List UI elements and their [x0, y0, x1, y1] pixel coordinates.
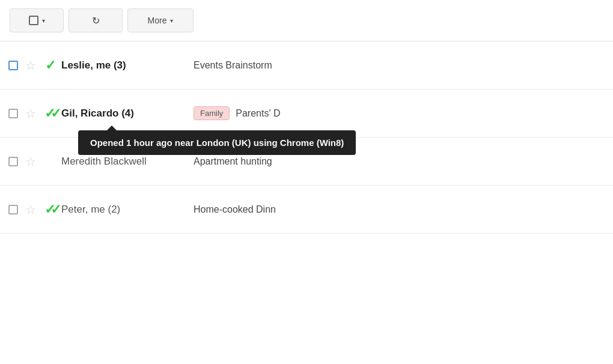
row-checkbox[interactable] [5, 109, 22, 118]
email-tooltip: Opened 1 hour ago near London (UK) using… [78, 130, 356, 155]
row-checkbox[interactable] [5, 157, 22, 166]
checkbox-icon[interactable] [8, 205, 18, 214]
read-indicator: ✓ [40, 58, 61, 73]
email-row[interactable]: ☆ ✓✓ Gil, Ricardo (4) Family Parents' D … [0, 89, 613, 138]
single-check-icon: ✓ [45, 58, 56, 73]
family-label: Family [194, 106, 230, 120]
refresh-icon: ↻ [92, 15, 100, 26]
refresh-button[interactable]: ↻ [69, 8, 123, 32]
subject-text: Home-cooked Dinn [194, 204, 276, 215]
read-indicator: ✓✓ [40, 106, 61, 121]
subject-area: Apartment hunting [194, 156, 608, 167]
checkbox-icon[interactable] [8, 109, 18, 118]
subject-text: Apartment hunting [194, 156, 272, 167]
subject-area: Family Parents' D [194, 106, 608, 120]
subject-area: Home-cooked Dinn [194, 204, 608, 215]
star-icon[interactable]: ☆ [22, 106, 40, 121]
sender-name: Meredith Blackwell [61, 156, 194, 168]
sender-name: Leslie, me (3) [61, 59, 194, 71]
double-check-icon: ✓✓ [44, 106, 56, 121]
star-icon[interactable]: ☆ [22, 202, 40, 217]
tooltip-text: Opened 1 hour ago near London (UK) using… [90, 138, 344, 148]
select-checkbox-icon [29, 16, 38, 25]
subject-text: Events Brainstorm [194, 60, 272, 71]
checkbox-icon[interactable] [8, 157, 18, 166]
select-button[interactable]: ▾ [10, 8, 64, 32]
star-icon[interactable]: ☆ [22, 154, 40, 169]
select-chevron-icon: ▾ [42, 17, 45, 24]
more-chevron-icon: ▾ [170, 17, 173, 24]
checkbox-icon[interactable] [8, 61, 18, 70]
row-checkbox[interactable] [5, 61, 22, 70]
star-icon[interactable]: ☆ [22, 58, 40, 73]
toolbar: ▾ ↻ More ▾ [0, 0, 613, 41]
sender-name: Peter, me (2) [61, 204, 194, 216]
subject-text: Parents' D [236, 108, 280, 119]
more-label: More [148, 16, 167, 25]
sender-name: Gil, Ricardo (4) [61, 108, 194, 120]
email-list: ☆ ✓ Leslie, me (3) Events Brainstorm ☆ ✓… [0, 41, 613, 234]
double-check-icon: ✓✓ [44, 202, 56, 217]
email-row[interactable]: ☆ ✓✓ Peter, me (2) Home-cooked Dinn [0, 186, 613, 234]
read-indicator: ✓✓ [40, 202, 61, 217]
row-checkbox[interactable] [5, 205, 22, 214]
more-button[interactable]: More ▾ [127, 8, 194, 32]
email-row[interactable]: ☆ ✓ Leslie, me (3) Events Brainstorm [0, 41, 613, 89]
subject-area: Events Brainstorm [194, 60, 608, 71]
